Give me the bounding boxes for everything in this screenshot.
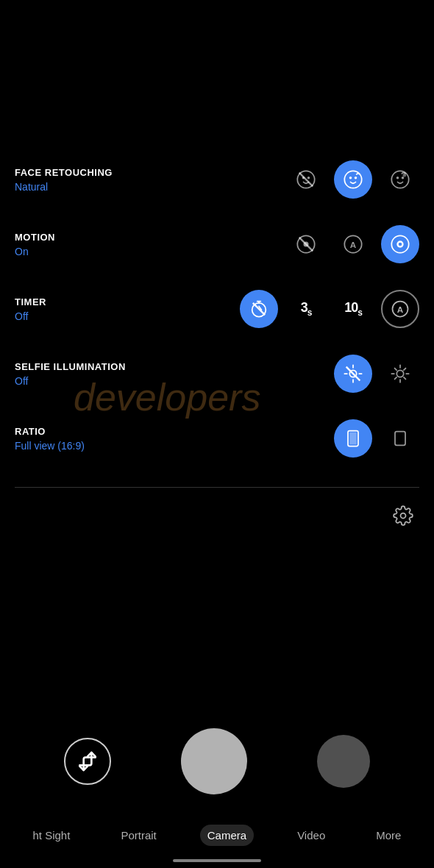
timer-off-icon (249, 299, 269, 319)
face-natural-icon (343, 169, 363, 190)
svg-point-30 (396, 370, 403, 377)
motion-off-icon (296, 234, 316, 255)
timer-auto-icon: A (390, 299, 410, 319)
svg-text:A: A (350, 240, 357, 249)
selfie-illumination-value: Off (15, 375, 126, 387)
svg-line-35 (395, 369, 397, 371)
svg-point-13 (304, 242, 309, 247)
ratio-value: Full view (16:9) (15, 440, 85, 452)
selfie-illumination-title: SELFIE ILLUMINATION (15, 361, 126, 372)
face-retouching-smooth-btn[interactable] (381, 160, 419, 199)
selfie-illumination-row: SELFIE ILLUMINATION Off (15, 341, 419, 406)
motion-off-btn[interactable] (287, 225, 325, 263)
svg-point-8 (396, 177, 399, 179)
face-retouching-natural-btn[interactable] (334, 160, 372, 199)
illumination-on-icon (390, 363, 410, 384)
nav-item-camera[interactable]: Camera (200, 825, 254, 846)
timer-row: TIMER Off 3s 10s (15, 277, 419, 341)
svg-point-5 (349, 177, 352, 179)
svg-text:A: A (397, 305, 404, 314)
face-retouching-options (287, 160, 419, 199)
ratio-full-icon (343, 428, 363, 449)
illumination-off-icon (343, 363, 363, 384)
svg-line-1 (299, 173, 313, 187)
timer-auto-btn[interactable]: A (381, 290, 419, 328)
motion-auto-btn[interactable]: A (334, 225, 372, 263)
settings-panel: FACE RETOUCHING Natural (0, 147, 434, 471)
motion-on-btn[interactable] (381, 225, 419, 263)
settings-gear-btn[interactable] (387, 499, 419, 532)
flip-camera-btn[interactable] (64, 738, 111, 785)
motion-value: On (15, 246, 55, 257)
svg-point-2 (302, 177, 305, 179)
motion-options: A (287, 225, 419, 263)
gear-row (372, 489, 434, 542)
timer-labels: TIMER Off (15, 296, 46, 322)
timer-3s-label: 3s (301, 300, 312, 318)
motion-on-icon (390, 234, 410, 255)
timer-value: Off (15, 310, 46, 322)
ratio-options (334, 419, 419, 458)
bottom-controls (0, 728, 434, 794)
timer-title: TIMER (15, 296, 46, 307)
svg-point-18 (399, 243, 402, 246)
flip-camera-icon (76, 750, 99, 773)
timer-options: 3s 10s A (240, 290, 419, 328)
home-indicator (173, 859, 261, 862)
thumbnail-btn[interactable] (317, 735, 370, 788)
timer-3s-btn[interactable]: 3s (287, 290, 325, 328)
face-smooth-icon (390, 169, 410, 190)
timer-10s-label: 10s (344, 300, 362, 318)
ratio-labels: RATIO Full view (16:9) (15, 426, 85, 452)
settings-divider (15, 487, 419, 488)
face-retouching-labels: FACE RETOUCHING Natural (15, 167, 113, 193)
gear-icon (393, 505, 413, 526)
svg-point-9 (402, 177, 405, 179)
svg-point-10 (403, 174, 407, 177)
svg-line-29 (346, 367, 360, 381)
ratio-standard-btn[interactable] (381, 419, 419, 458)
svg-line-37 (404, 369, 406, 371)
nav-item-night-sight[interactable]: ht Sight (26, 825, 78, 846)
face-retouching-value: Natural (15, 181, 113, 193)
face-retouching-row: FACE RETOUCHING Natural (15, 147, 419, 212)
nav-item-portrait[interactable]: Portrait (113, 825, 163, 846)
ratio-standard-icon (390, 428, 410, 449)
face-retouching-off-btn[interactable] (287, 160, 325, 199)
motion-labels: MOTION On (15, 232, 55, 257)
motion-auto-icon: A (343, 234, 363, 255)
svg-line-38 (395, 377, 397, 380)
svg-point-3 (307, 177, 310, 179)
timer-off-btn[interactable] (240, 290, 278, 328)
face-retouching-title: FACE RETOUCHING (15, 167, 113, 178)
motion-title: MOTION (15, 232, 55, 243)
nav-item-video[interactable]: Video (290, 825, 332, 846)
ratio-row: RATIO Full view (16:9) (15, 406, 419, 471)
svg-point-7 (391, 171, 408, 188)
selfie-illumination-options (334, 355, 419, 393)
no-face-icon (296, 169, 316, 190)
selfie-illumination-on-btn[interactable] (381, 355, 419, 393)
selfie-illumination-off-btn[interactable] (334, 355, 372, 393)
bottom-nav: ht Sight Portrait Camera Video More (0, 825, 434, 846)
selfie-illumination-labels: SELFIE ILLUMINATION Off (15, 361, 126, 387)
motion-row: MOTION On A (15, 212, 419, 277)
svg-point-6 (355, 177, 357, 179)
svg-line-36 (404, 377, 406, 380)
ratio-title: RATIO (15, 426, 85, 437)
ratio-full-btn[interactable] (334, 419, 372, 458)
svg-rect-40 (349, 433, 356, 444)
svg-rect-41 (395, 432, 405, 446)
shutter-btn[interactable] (181, 728, 247, 794)
nav-item-more[interactable]: More (369, 825, 408, 846)
timer-10s-btn[interactable]: 10s (334, 290, 372, 328)
